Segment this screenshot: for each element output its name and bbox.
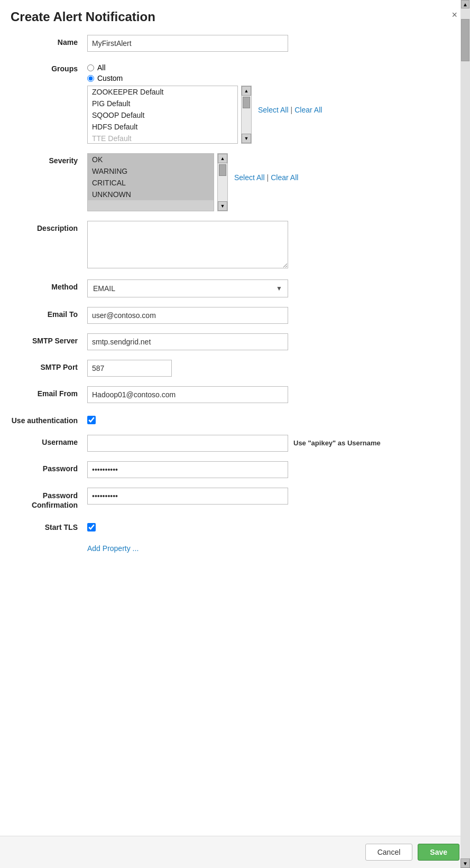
list-item[interactable]: OK bbox=[88, 154, 214, 165]
start-tls-control bbox=[87, 520, 459, 531]
use-auth-checkbox[interactable] bbox=[87, 416, 96, 424]
method-label: Method bbox=[11, 279, 87, 291]
scrollbar-thumb[interactable] bbox=[461, 19, 469, 61]
lb-track bbox=[242, 96, 251, 134]
sev-lb-up-arrow[interactable]: ▲ bbox=[218, 154, 227, 163]
scrollbar-track: ▲ ▼ bbox=[460, 0, 470, 868]
severity-select-all-button[interactable]: Select All bbox=[234, 173, 265, 182]
name-input[interactable] bbox=[87, 35, 288, 52]
cancel-button[interactable]: Cancel bbox=[365, 844, 413, 861]
start-tls-label: Start TLS bbox=[11, 520, 87, 531]
email-from-row: Email From bbox=[11, 386, 459, 403]
groups-label: Groups bbox=[11, 61, 87, 73]
groups-listbox-scrollbar: ▲ ▼ bbox=[241, 86, 252, 144]
password-row: Password bbox=[11, 461, 459, 478]
name-label: Name bbox=[11, 35, 87, 46]
password-confirm-row: Password Confirmation bbox=[11, 488, 459, 510]
scroll-up-arrow[interactable]: ▲ bbox=[461, 0, 469, 8]
severity-row: Severity OK WARNING CRITICAL UNKNOWN ▲ bbox=[11, 153, 459, 211]
email-from-control bbox=[87, 386, 459, 403]
dialog-footer: Cancel Save bbox=[0, 836, 470, 868]
severity-control: OK WARNING CRITICAL UNKNOWN ▲ ▼ bbox=[87, 153, 459, 211]
add-property-row: Add Property ... bbox=[11, 541, 459, 553]
smtp-server-control bbox=[87, 333, 459, 350]
password-confirm-input[interactable] bbox=[87, 488, 288, 505]
severity-listbox[interactable]: OK WARNING CRITICAL UNKNOWN bbox=[87, 153, 214, 211]
lb-thumb[interactable] bbox=[243, 97, 250, 108]
create-alert-dialog: ▲ ▼ Create Alert Notification × Name Gro… bbox=[0, 0, 470, 868]
lb-down-arrow[interactable]: ▼ bbox=[242, 134, 251, 143]
name-control bbox=[87, 35, 459, 52]
method-row: Method EMAIL ▼ bbox=[11, 279, 459, 297]
severity-links: Select All | Clear All bbox=[234, 173, 298, 182]
list-item[interactable]: HDFS Default bbox=[88, 121, 237, 133]
password-confirm-label: Password Confirmation bbox=[11, 488, 87, 510]
dialog-title: Create Alert Notification bbox=[11, 10, 155, 24]
groups-select-all-button[interactable]: Select All bbox=[258, 106, 289, 114]
username-input[interactable] bbox=[87, 435, 288, 452]
email-from-label: Email From bbox=[11, 386, 87, 398]
add-property-link[interactable]: Add Property ... bbox=[87, 541, 139, 553]
use-auth-row: Use authentication bbox=[11, 413, 459, 425]
name-row: Name bbox=[11, 35, 459, 52]
severity-listbox-scrollbar: ▲ ▼ bbox=[217, 153, 228, 211]
groups-control: All Custom ZOOKEEPER Default PIG Default… bbox=[87, 61, 459, 144]
groups-radio-group: All Custom bbox=[87, 61, 459, 82]
password-confirm-control bbox=[87, 488, 459, 505]
smtp-server-input[interactable] bbox=[87, 333, 288, 350]
password-control bbox=[87, 461, 459, 478]
method-dropdown[interactable]: EMAIL ▼ bbox=[87, 279, 288, 297]
groups-links: Select All | Clear All bbox=[258, 106, 322, 114]
add-property-control: Add Property ... bbox=[87, 541, 459, 553]
close-button[interactable]: × bbox=[449, 10, 459, 21]
email-to-control bbox=[87, 307, 459, 324]
description-label: Description bbox=[11, 221, 87, 232]
sev-lb-thumb[interactable] bbox=[219, 164, 226, 176]
username-control: Use "apikey" as Username bbox=[87, 435, 459, 452]
groups-radio-custom[interactable]: Custom bbox=[87, 74, 459, 82]
start-tls-row: Start TLS bbox=[11, 520, 459, 531]
severity-clear-all-button[interactable]: Clear All bbox=[271, 173, 298, 182]
description-input[interactable] bbox=[87, 221, 288, 268]
list-item[interactable]: CRITICAL bbox=[88, 177, 214, 189]
email-to-input[interactable] bbox=[87, 307, 288, 324]
description-control bbox=[87, 221, 459, 270]
severity-listbox-wrap: OK WARNING CRITICAL UNKNOWN ▲ ▼ bbox=[87, 153, 459, 211]
groups-row: Groups All Custom ZOOKEEPER Default P bbox=[11, 61, 459, 144]
username-hint: Use "apikey" as Username bbox=[293, 439, 381, 448]
save-button[interactable]: Save bbox=[418, 844, 459, 861]
smtp-server-row: SMTP Server bbox=[11, 333, 459, 350]
list-item[interactable]: ZOOKEEPER Default bbox=[88, 86, 237, 98]
password-input[interactable] bbox=[87, 461, 288, 478]
lb-up-arrow[interactable]: ▲ bbox=[242, 86, 251, 96]
start-tls-checkbox[interactable] bbox=[87, 523, 96, 531]
dialog-header: Create Alert Notification × bbox=[0, 0, 470, 30]
sev-lb-track bbox=[218, 163, 227, 201]
groups-clear-all-button[interactable]: Clear All bbox=[294, 106, 322, 114]
list-item[interactable]: WARNING bbox=[88, 165, 214, 177]
list-item[interactable]: PIG Default bbox=[88, 98, 237, 109]
smtp-port-control bbox=[87, 360, 459, 377]
list-item[interactable]: TTE Default bbox=[88, 133, 237, 144]
groups-radio-all[interactable]: All bbox=[87, 63, 459, 72]
description-row: Description bbox=[11, 221, 459, 270]
smtp-server-label: SMTP Server bbox=[11, 333, 87, 345]
use-auth-checkbox-wrap bbox=[87, 413, 459, 424]
scroll-down-arrow[interactable]: ▼ bbox=[460, 858, 470, 868]
smtp-port-input[interactable] bbox=[87, 360, 172, 377]
groups-right-panel: Select All | Clear All bbox=[258, 86, 322, 114]
username-label: Username bbox=[11, 435, 87, 446]
email-from-input[interactable] bbox=[87, 386, 288, 403]
sev-lb-down-arrow[interactable]: ▼ bbox=[218, 201, 227, 211]
method-value: EMAIL bbox=[93, 284, 115, 293]
list-item[interactable]: UNKNOWN bbox=[88, 189, 214, 200]
list-item[interactable]: SQOOP Default bbox=[88, 109, 237, 121]
password-label: Password bbox=[11, 461, 87, 473]
dropdown-arrow-icon: ▼ bbox=[276, 285, 282, 292]
dialog-body: Name Groups All Custom bbox=[0, 30, 470, 836]
email-to-label: Email To bbox=[11, 307, 87, 319]
use-auth-label: Use authentication bbox=[11, 413, 87, 425]
groups-listbox[interactable]: ZOOKEEPER Default PIG Default SQOOP Defa… bbox=[87, 86, 238, 144]
groups-listbox-wrap: ZOOKEEPER Default PIG Default SQOOP Defa… bbox=[87, 86, 459, 144]
smtp-port-label: SMTP Port bbox=[11, 360, 87, 371]
